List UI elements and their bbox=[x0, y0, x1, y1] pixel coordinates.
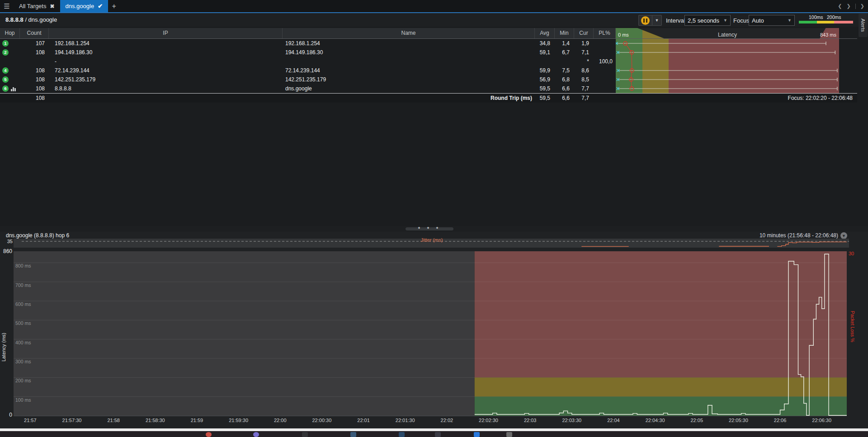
close-icon[interactable]: ✖ bbox=[50, 3, 54, 9]
packet-loss-axis-title: Packet Loss % bbox=[850, 311, 855, 365]
x-axis-ticks: 21:5721:57:3021:5821:58:3021:5921:59:302… bbox=[0, 418, 868, 425]
ip-cell: 8.8.8.8 bbox=[49, 84, 283, 93]
pane-splitter[interactable]: ● ● ● bbox=[0, 226, 868, 232]
count-cell: 108 bbox=[20, 66, 49, 75]
name-cell bbox=[283, 57, 535, 66]
x-axis-tick-label: 22:05:30 bbox=[722, 418, 754, 423]
legend-200ms-label: 200ms bbox=[827, 14, 841, 20]
latency-chart: 100 ms200 ms300 ms400 ms500 ms600 ms700 … bbox=[14, 251, 847, 416]
ip-cell: 72.14.239.144 bbox=[49, 66, 283, 75]
pause-dropdown-arrow[interactable]: ▼ bbox=[652, 15, 662, 26]
chevron-down-icon: ▼ bbox=[723, 18, 727, 23]
ip-cell: 194.149.186.30 bbox=[49, 48, 283, 57]
column-header-pl[interactable]: PL% bbox=[594, 28, 616, 38]
x-axis-tick-label: 21:57:30 bbox=[56, 418, 88, 423]
column-header-avg[interactable]: Avg bbox=[535, 28, 555, 38]
avg-cell bbox=[535, 57, 555, 66]
ip-cell: 192.168.1.254 bbox=[49, 39, 283, 48]
x-axis-tick-label: 22:06 bbox=[764, 418, 796, 423]
column-header-latency[interactable]: 0 ms Latency 843 ms bbox=[616, 28, 857, 38]
svg-text:400 ms: 400 ms bbox=[15, 340, 31, 345]
name-cell: 194.149.186.30 bbox=[283, 48, 535, 57]
svg-text:600 ms: 600 ms bbox=[15, 301, 31, 307]
focus-range-text: Focus: 22:02:20 - 22:06:48 bbox=[616, 94, 857, 103]
taskbar-app-icon bbox=[302, 432, 308, 437]
x-axis-tick-label: 22:06:30 bbox=[806, 418, 838, 423]
name-cell: 192.168.1.254 bbox=[283, 39, 535, 48]
tab-dns-google-label: dns.google bbox=[66, 3, 94, 9]
pause-button[interactable] bbox=[638, 15, 652, 26]
x-axis-tick-label: 22:01 bbox=[348, 418, 379, 423]
round-trip-label: Round Trip (ms) bbox=[283, 94, 535, 103]
svg-text:800 ms: 800 ms bbox=[15, 263, 31, 268]
splitter-handle[interactable]: ● ● ● bbox=[406, 227, 453, 230]
graph-time-range: 10 minutes (21:56:48 - 22:06:48) bbox=[760, 232, 838, 239]
packet-loss-cell bbox=[594, 48, 616, 57]
taskbar-app-icon bbox=[399, 432, 405, 437]
column-header-min[interactable]: Min bbox=[555, 28, 574, 38]
svg-text:700 ms: 700 ms bbox=[15, 282, 31, 288]
y-axis-title: Latency (ms) bbox=[1, 320, 6, 374]
ip-cell: 142.251.235.179 bbox=[49, 75, 283, 84]
chevron-down-icon: ▼ bbox=[842, 234, 846, 238]
latency-header-title: Latency bbox=[616, 30, 839, 38]
column-header-ip[interactable]: IP bbox=[49, 28, 283, 38]
min-cell: 6,6 bbox=[555, 84, 574, 93]
x-axis-tick-label: 22:00:30 bbox=[306, 418, 338, 423]
tab-all-targets[interactable]: All Targets ✖ bbox=[14, 0, 60, 12]
x-axis-line bbox=[14, 416, 847, 416]
x-axis-tick-label: 22:02 bbox=[431, 418, 462, 423]
hamburger-menu-icon[interactable]: ☰ bbox=[0, 0, 14, 12]
jitter-label: Jitter (ms) bbox=[398, 237, 466, 243]
legend-100ms-label: 100ms bbox=[809, 14, 823, 20]
x-axis-tick-label: 22:05 bbox=[681, 418, 712, 423]
focus-select[interactable]: Auto ▼ bbox=[749, 15, 795, 26]
tab-all-targets-label: All Targets bbox=[19, 3, 46, 9]
column-header-name[interactable]: Name bbox=[283, 28, 535, 38]
latency-time-plot[interactable]: 100 ms200 ms300 ms400 ms500 ms600 ms700 … bbox=[14, 251, 847, 416]
interval-select[interactable]: 2,5 seconds ▼ bbox=[684, 15, 731, 26]
min-cell: 6,8 bbox=[555, 75, 574, 84]
table-body: 1107192.168.1.254192.168.1.25434,81,41,9… bbox=[0, 39, 857, 93]
hop-number-badge: 2 bbox=[2, 49, 9, 56]
count-cell: 108 bbox=[20, 84, 49, 93]
time-graph-pane: dns.google (8.8.8.8) hop 6 10 minutes (2… bbox=[0, 232, 868, 428]
tab-overflow-icon[interactable]: ❯ bbox=[860, 3, 864, 9]
svg-text:100 ms: 100 ms bbox=[15, 397, 31, 403]
legend-gradient-bar bbox=[799, 21, 853, 23]
column-header-count[interactable]: Count bbox=[20, 28, 49, 38]
toolbar: 8.8.8.8 / dns.google ▼ Interval 2,5 seco… bbox=[0, 13, 868, 27]
svg-text:500 ms: 500 ms bbox=[15, 320, 31, 326]
column-header-hop[interactable]: Hop bbox=[0, 28, 20, 38]
graph-title: dns.google (8.8.8.8) hop 6 bbox=[6, 232, 69, 239]
taskbar-app-icon bbox=[350, 432, 356, 437]
interval-label: Interval bbox=[666, 15, 685, 26]
new-tab-button[interactable]: + bbox=[108, 0, 120, 12]
latency-axis-max: 843 ms bbox=[820, 30, 836, 38]
tab-scroll-controls: ❮ ❯ ❯ bbox=[838, 0, 868, 12]
tab-scroll-left-icon[interactable]: ❮ bbox=[838, 3, 842, 9]
trace-table: Hop Count IP Name Avg Min Cur PL% 0 ms L… bbox=[0, 28, 857, 103]
footer-pl-cell bbox=[594, 94, 616, 103]
x-axis-tick-label: 22:03:30 bbox=[556, 418, 588, 423]
svg-text:300 ms: 300 ms bbox=[15, 359, 31, 364]
taskbar-app-icon bbox=[435, 432, 441, 437]
tab-scroll-right-icon[interactable]: ❯ bbox=[847, 3, 851, 9]
column-header-cur[interactable]: Cur bbox=[574, 28, 594, 38]
tab-dns-google[interactable]: dns.google ✔ bbox=[60, 0, 108, 12]
footer-avg: 59,5 bbox=[535, 94, 555, 103]
alerts-side-tab[interactable]: Alerts bbox=[859, 14, 868, 37]
hop-cell: 5 bbox=[0, 75, 20, 84]
focus-value: Auto bbox=[752, 17, 764, 24]
pingplotter-window: ☰ All Targets ✖ dns.google ✔ + ❮ ❯ ❯ 8.8… bbox=[0, 0, 868, 437]
target-ip: 8.8.8.8 bbox=[5, 16, 24, 23]
avg-cell: 59,9 bbox=[535, 66, 555, 75]
cur-cell: 8,5 bbox=[574, 75, 594, 84]
focus-label: Focus bbox=[733, 15, 749, 26]
packet-loss-cell bbox=[594, 39, 616, 48]
hop-number-badge: 6 bbox=[2, 85, 9, 92]
footer-count: 108 bbox=[20, 94, 49, 103]
taskbar-app-icon bbox=[506, 432, 512, 437]
collapse-graph-button[interactable]: ▼ bbox=[840, 232, 847, 239]
hop-cell: 6 bbox=[0, 84, 20, 93]
